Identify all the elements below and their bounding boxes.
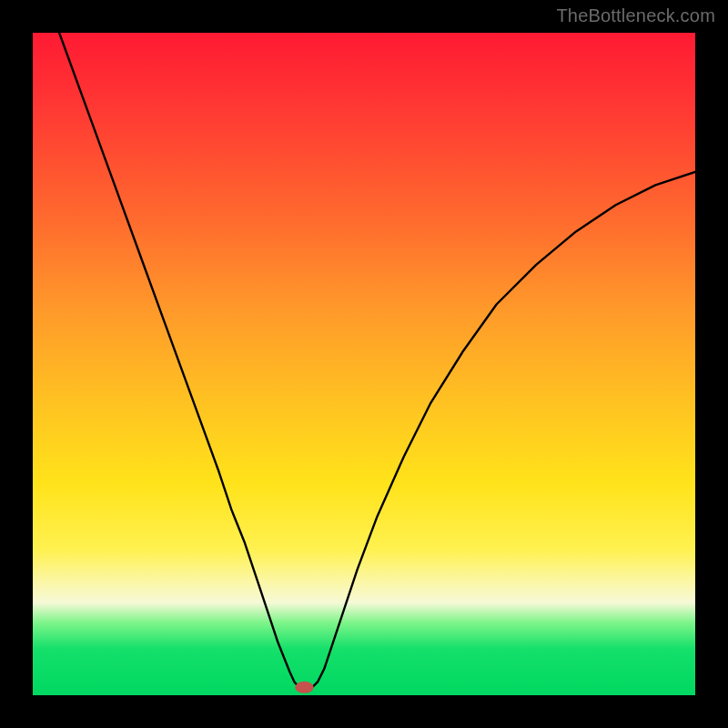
watermark-text: TheBottleneck.com [556, 5, 715, 26]
chart-frame: TheBottleneck.com [0, 0, 728, 728]
plot-area [33, 33, 695, 695]
minimum-marker [295, 682, 313, 693]
curve-svg [33, 33, 695, 695]
bottleneck-curve [59, 33, 695, 690]
